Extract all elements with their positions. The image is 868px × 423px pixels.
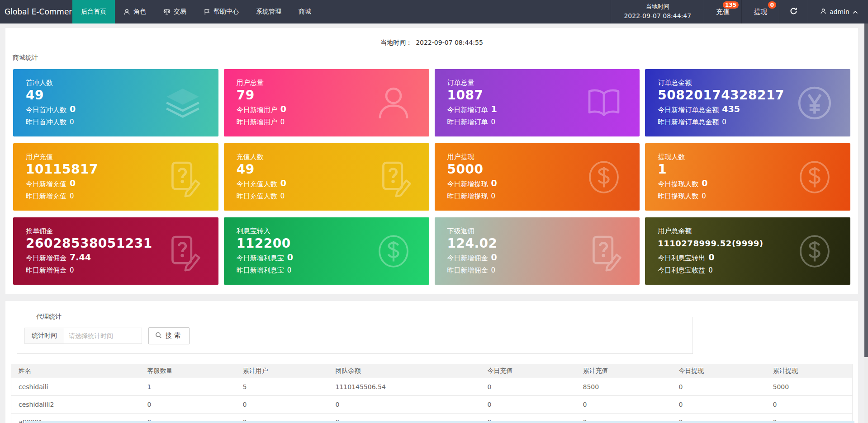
nav-item-roles[interactable]: 角色 [115,0,155,24]
col-header: 累计用户 [236,364,328,378]
mall-stats-panel: 当地时间：2022-09-07 08:44:55 商城统计 首冲人数 49 今日… [5,28,858,294]
agent-stats-panel: 代理统计 统计时间 搜索 姓名 客服数量 累计用户 团队余额 今日充值 累计充值… [5,301,858,423]
stat-today-value: 0 [70,103,76,115]
doc-edit-icon [161,156,204,198]
flag-icon [204,9,210,15]
stat-yesterday-label: 昨日新增充值 [26,190,66,202]
local-time-label: 当地时间 [646,2,669,11]
table-row: ceshidalili2 0 0 0 0 0 0 0 [11,396,853,414]
stat-yesterday-value: 0 [702,190,706,202]
agent-table: 姓名 客服数量 累计用户 团队余额 今日充值 累计充值 今日提现 累计提现 ce… [11,364,853,423]
yen-circle-icon [793,82,836,124]
col-header: 累计充值 [576,364,672,378]
refresh-button[interactable] [779,0,808,24]
stat-yesterday-label: 昨日新增佣金 [447,264,488,277]
header-right: 当地时间 2022-09-07 08:44:47 充值 135 提现 0 adm… [611,0,868,24]
dollar-circle-icon [583,156,625,198]
cell-name: ceshidalili2 [11,396,140,414]
nav-label: 角色 [133,8,146,16]
cell: 0 [328,396,480,414]
next-row-peek [25,421,854,423]
stat-yesterday-value: 0 [491,116,496,128]
user-icon [820,8,826,16]
doc-edit-icon [372,156,415,198]
stat-today-value: 0 [491,177,497,189]
chevron-up-icon [853,8,858,15]
layers-icon [161,82,204,124]
stat-yesterday-value: 0 [491,264,496,277]
nav-item-mall[interactable]: 商城 [290,0,320,24]
stat-today-value: 0 [70,177,76,189]
stat-today-label: 今日新增佣金 [26,252,66,264]
stat-card: 订单总金额 50820174328217 今日新增订单总金额435 昨日新增订单… [645,69,850,136]
nav-label: 交易 [174,8,186,16]
nav-item-help-center[interactable]: 帮助中心 [195,0,247,24]
search-button[interactable]: 搜索 [148,327,190,344]
nav-item-dashboard[interactable]: 后台首页 [72,0,115,24]
stat-today-value: 0 [280,103,286,115]
panel-time-value: 2022-09-07 08:44:55 [416,39,483,46]
stat-card-grid: 首冲人数 49 今日首冲人数0 昨日首冲人数0 用户总量 79 今日新增用户0 … [5,62,858,285]
withdraw-badge: 0 [768,1,776,9]
stat-today-value: 0 [491,251,497,263]
main-nav: 后台首页 角色 交易 帮助中心 系统管理 商城 [72,0,320,24]
cell: 0 [672,378,766,396]
header-local-time: 当地时间 2022-09-07 08:44:47 [611,0,704,24]
withdraw-button[interactable]: 提现 0 [741,0,779,24]
cell: 5000 [766,378,853,396]
cell: 0 [672,396,766,414]
nav-label: 后台首页 [81,8,106,16]
stat-card: 用户总余额 1110278999.52(9999) 今日利息宝转出0 今日利息宝… [645,217,850,285]
search-button-label: 搜索 [166,332,183,340]
doc-edit-icon [161,230,204,273]
user-icon [123,9,130,15]
stat-yesterday-label: 昨日新增用户 [237,116,277,128]
stat-yesterday-label: 昨日新增佣金 [26,264,66,277]
recharge-button[interactable]: 充值 135 [704,0,741,24]
withdraw-label: 提现 [754,8,767,16]
stat-card: 首冲人数 49 今日首冲人数0 昨日首冲人数0 [13,69,218,136]
stat-today-label: 今日提现人数 [658,178,698,190]
local-time-value: 2022-09-07 08:44:47 [624,11,691,21]
stat-today-label: 今日新增用户 [237,104,277,116]
nav-label: 帮助中心 [213,8,239,16]
stat-yesterday-value: 0 [70,190,74,202]
stat-yesterday-value: 0 [491,190,496,202]
user-menu[interactable]: admin [808,0,868,24]
stat-yesterday-value: 0 [70,264,74,277]
brand-title: Global E-Commerce... [0,0,72,24]
cell: 0 [140,396,236,414]
agent-stats-fieldset: 代理统计 统计时间 搜索 [17,313,693,354]
stat-today-value: 0 [287,251,293,263]
stat-yesterday-value: 0 [70,116,74,128]
stat-card: 用户总量 79 今日新增用户0 昨日新增用户0 [224,69,429,136]
scales-icon [163,8,171,15]
stat-today-label: 今日利息宝转出 [658,252,705,264]
stat-today-value: 1 [491,103,497,115]
section-title-mall-stats: 商城统计 [13,54,858,62]
stat-today-label: 今日新增佣金 [447,252,488,264]
col-header: 累计提现 [766,364,853,378]
scrollbar-thumb[interactable] [864,24,868,357]
dollar-circle-icon [372,230,415,273]
stat-today-label: 今日新增充值 [26,178,66,190]
stat-yesterday-label: 昨日新增订单总金额 [658,116,719,128]
col-header: 今日充值 [480,364,576,378]
stat-yesterday-label: 昨日提现人数 [658,190,698,202]
stat-card: 抢单佣金 26028538051231 今日新增佣金7.44 昨日新增佣金0 [13,217,218,285]
top-header: Global E-Commerce... 后台首页 角色 交易 帮助中心 系统管… [0,0,868,24]
book-icon [583,82,625,124]
col-header: 姓名 [11,364,140,378]
table-row: ceshidaili 1 5 1110145506.54 0 8500 0 50… [11,378,853,396]
page-scrollbar[interactable] [864,24,868,423]
filter-row: 统计时间 搜索 [24,327,685,344]
stat-yesterday-label: 昨日充值人数 [237,190,277,202]
nav-item-trade[interactable]: 交易 [155,0,195,24]
stat-today-label: 今日新增利息宝 [237,252,284,264]
recharge-label: 充值 [716,8,730,16]
nav-item-system[interactable]: 系统管理 [247,0,290,24]
stat-time-input[interactable] [64,328,142,344]
panel-local-time: 当地时间：2022-09-07 08:44:55 [5,28,858,47]
stat-card: 订单总量 1087 今日新增订单1 昨日新增订单0 [435,69,640,136]
nav-label: 系统管理 [256,8,281,16]
